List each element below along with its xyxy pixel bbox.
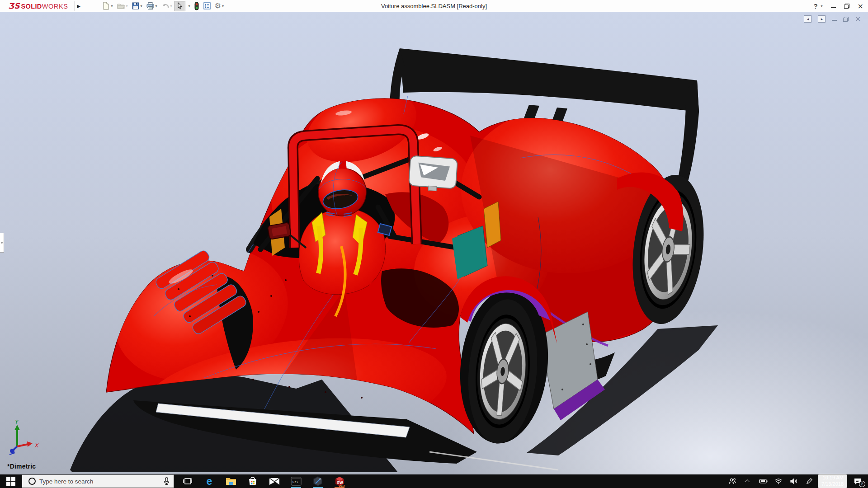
open-button[interactable]: ▾	[115, 1, 129, 11]
help-caret-icon[interactable]: ▾	[821, 4, 823, 8]
solidworks-logo: ƷS SOLID WORKS	[8, 1, 68, 10]
speaker-icon	[790, 478, 798, 484]
undo-arrow-icon	[161, 2, 170, 10]
edge-button[interactable]: e	[198, 474, 220, 488]
triad-x-label: X	[34, 442, 39, 449]
helmet-center-stripe	[339, 161, 347, 169]
system-tray: 10:19 AM 7/13/2018 2	[726, 474, 868, 488]
notification-badge: 2	[859, 481, 865, 487]
rebuild-button[interactable]	[193, 1, 201, 11]
traffic-light-icon	[194, 2, 199, 10]
document-window-controls: ◂ ▸ ×	[804, 15, 861, 23]
taskbar-clock[interactable]: 10:19 AM 7/13/2018	[818, 474, 847, 488]
dropdown-caret-icon[interactable]: ▾	[126, 4, 128, 8]
pen-button[interactable]	[802, 474, 816, 488]
document-restore-button[interactable]	[843, 17, 849, 22]
window-controls: ? ▾ ×	[813, 0, 863, 12]
view-orientation-label: *Dimetric	[7, 463, 36, 470]
solidworks-window: ƷS SOLID WORKS ▶ ▾ ▾ ▾ ▾	[0, 0, 868, 488]
svg-text:C:\: C:\	[292, 480, 298, 484]
help-button[interactable]: ?	[813, 2, 817, 10]
wing-plank	[400, 48, 699, 112]
menu-flyout-button[interactable]: ▶	[74, 1, 82, 11]
properties-list-icon	[203, 2, 211, 10]
edge-icon: e	[207, 476, 212, 487]
tray-overflow-button[interactable]	[741, 474, 755, 488]
pen-icon	[806, 478, 813, 485]
close-button[interactable]: ×	[858, 3, 863, 10]
document-close-button[interactable]: ×	[855, 16, 861, 23]
battery-button[interactable]	[756, 474, 770, 488]
solidworks-logo-works: WORKS	[42, 3, 68, 10]
dropdown-caret-icon[interactable]: ▾	[189, 4, 190, 8]
file-properties-button[interactable]	[202, 1, 212, 11]
dropdown-caret-icon[interactable]: ▾	[156, 4, 157, 8]
new-document-icon	[102, 2, 110, 10]
next-document-button[interactable]: ▸	[818, 15, 826, 23]
store-icon	[248, 476, 258, 487]
task-view-button[interactable]	[177, 474, 198, 488]
people-button[interactable]	[726, 474, 739, 488]
new-document-button[interactable]: ▾	[100, 1, 114, 11]
mail-button[interactable]	[264, 474, 285, 488]
microphone-icon	[163, 477, 170, 486]
wifi-button[interactable]	[772, 474, 785, 488]
windows-taskbar: Type here to search e C:\	[0, 474, 868, 488]
options-button[interactable]: ⚙ ▾	[213, 1, 225, 11]
open-folder-icon	[117, 2, 125, 10]
people-icon	[728, 478, 736, 485]
restore-button[interactable]	[844, 4, 849, 9]
composer-button[interactable]	[307, 474, 329, 488]
document-minimize-button[interactable]	[832, 17, 837, 21]
battery-charging-icon	[759, 479, 768, 484]
command-prompt-icon: C:\	[291, 477, 302, 486]
windows-logo-icon	[6, 477, 15, 486]
start-button[interactable]	[0, 474, 22, 488]
tray-time: 10:19 AM	[821, 475, 844, 481]
solidworks-logo-mark: ƷS	[8, 1, 19, 10]
action-center-button[interactable]: 2	[849, 474, 866, 488]
file-explorer-icon	[225, 476, 237, 486]
previous-document-button[interactable]: ◂	[804, 15, 811, 23]
dropdown-caret-icon[interactable]: ▾	[141, 4, 142, 8]
chevron-up-icon	[745, 479, 750, 484]
flyout-arrow-icon: ▶	[77, 4, 80, 9]
select-cursor-icon	[176, 2, 184, 10]
solidworks-logo-solid: SOLID	[21, 3, 42, 10]
file-explorer-button[interactable]	[220, 474, 242, 488]
title-bar: ƷS SOLID WORKS ▶ ▾ ▾ ▾ ▾	[0, 0, 868, 12]
dropdown-caret-icon[interactable]: ▾	[111, 4, 113, 8]
save-button[interactable]: ▾	[130, 1, 144, 11]
graphics-area[interactable]: Y X ◂ ▸ × *Dimetric	[0, 12, 868, 474]
print-icon	[146, 2, 155, 10]
quick-access-toolbar: ▾ ▾ ▾ ▾ ▾ ▾	[100, 1, 225, 11]
cortana-icon	[28, 478, 36, 485]
print-button[interactable]: ▾	[145, 1, 159, 11]
panel-splitter-handle[interactable]	[0, 233, 4, 253]
save-floppy-icon	[132, 2, 140, 10]
gear-icon: ⚙	[215, 2, 221, 9]
dropdown-caret-icon[interactable]: ▾	[170, 4, 172, 8]
command-prompt-button[interactable]: C:\	[285, 474, 307, 488]
mirror-mount	[428, 186, 437, 191]
solidworks-app-icon: SW2017	[334, 475, 345, 487]
mail-icon	[269, 477, 280, 486]
triad-y-label: Y	[14, 419, 19, 425]
undo-button[interactable]: ▾	[160, 1, 174, 11]
task-view-icon	[182, 476, 193, 487]
tray-date: 7/13/2018	[821, 481, 844, 488]
search-placeholder: Type here to search	[39, 478, 163, 485]
select-tool-button[interactable]	[175, 1, 185, 11]
orientation-triad: Y X	[9, 419, 39, 455]
taskbar-search-input[interactable]: Type here to search	[22, 474, 174, 488]
minimize-button[interactable]	[831, 4, 836, 8]
wifi-icon	[774, 478, 783, 484]
dropdown-caret-icon[interactable]: ▾	[222, 4, 224, 8]
volume-button[interactable]	[787, 474, 801, 488]
solidworks-app-button[interactable]: SW2017	[329, 474, 350, 488]
composer-hexagon-icon	[312, 476, 323, 487]
model-scene: Y X	[0, 12, 868, 474]
taskbar-apps: e C:\ SW2017	[177, 474, 350, 488]
select-dropdown[interactable]: ▾	[186, 1, 192, 11]
store-button[interactable]	[242, 474, 264, 488]
